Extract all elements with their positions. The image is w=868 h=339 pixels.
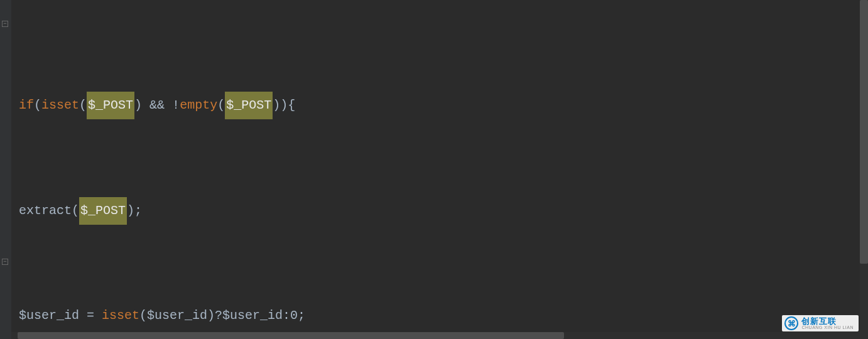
keyword-isset: isset (41, 92, 79, 119)
code-line: extract($_POST); (19, 197, 868, 223)
keyword-empty: empty (180, 92, 217, 119)
watermark-en-text: CHUANG XIN HU LIAN (801, 325, 854, 330)
code-editor[interactable]: − − if(isset($_POST) && !empty($_POST)){… (0, 0, 868, 339)
watermark-icon: ⌘ (784, 316, 798, 330)
horizontal-scrollbar-track[interactable] (11, 332, 860, 339)
gutter: − − (0, 0, 11, 339)
code-line: if(isset($_POST) && !empty($_POST)){ (19, 92, 868, 118)
keyword-isset: isset (102, 303, 139, 329)
vertical-scrollbar-track[interactable] (860, 0, 868, 339)
highlight-post: $_POST (225, 92, 273, 119)
code-line: $user_id = isset($user_id)?$user_id:0; (19, 303, 868, 329)
fold-marker-icon[interactable]: − (2, 21, 8, 27)
watermark-zh-text: 创新互联 (801, 317, 854, 326)
fold-marker-icon[interactable]: − (2, 259, 8, 265)
vertical-scrollbar-thumb[interactable] (860, 0, 868, 264)
keyword-if: if (19, 92, 34, 119)
highlight-post: $_POST (87, 92, 134, 119)
horizontal-scrollbar-thumb[interactable] (18, 332, 564, 339)
highlight-post: $_POST (79, 197, 127, 225)
watermark-logo: ⌘ 创新互联 CHUANG XIN HU LIAN (782, 315, 859, 331)
code-area[interactable]: if(isset($_POST) && !empty($_POST)){ ext… (11, 0, 868, 339)
